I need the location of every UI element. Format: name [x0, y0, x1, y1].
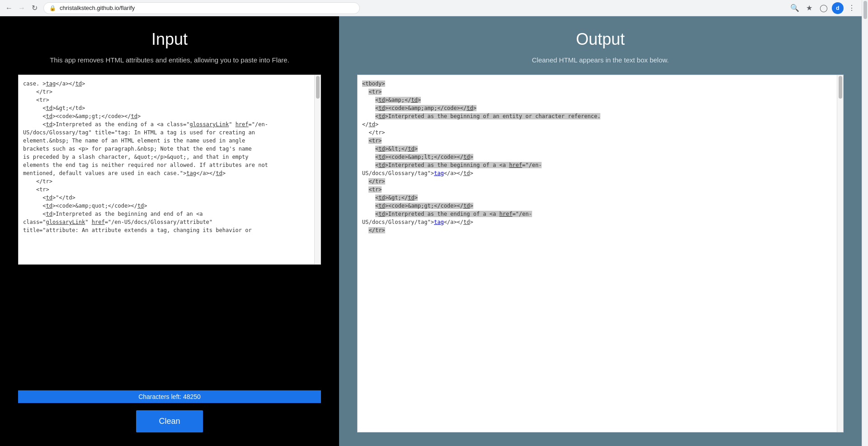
input-scroll-thumb: [316, 76, 320, 99]
input-textarea-inner: case. >tag</a></td> </tr> <tr> <td>&gt;<…: [18, 75, 321, 390]
input-scrollbar[interactable]: [314, 75, 321, 264]
bookmark-button[interactable]: ★: [803, 2, 816, 14]
user-avatar[interactable]: d: [832, 2, 844, 14]
output-description: Cleaned HTML appears in the text box bel…: [357, 56, 844, 64]
input-description: This app removes HTML attributes and ent…: [18, 56, 321, 64]
forward-button[interactable]: →: [16, 3, 27, 14]
browser-actions: 🔍 ★ ◯ d ⋮: [788, 2, 858, 14]
output-textarea-wrapper: <tbody> <tr> <td>&amp;</td> <td><code>&a…: [357, 75, 844, 432]
browser-nav-buttons: ← → ↻: [4, 3, 40, 14]
url-text: christalkstech.github.io/flarify: [60, 5, 135, 11]
clean-btn-wrapper: Clean: [18, 403, 321, 432]
left-panel: Input This app removes HTML attributes a…: [0, 16, 339, 446]
lock-icon: 🔒: [49, 5, 56, 11]
page-scroll-thumb: [863, 1, 867, 19]
browser-chrome: ← → ↻ 🔒 christalkstech.github.io/flarify…: [0, 0, 862, 16]
input-textarea-container: case. >tag</a></td> </tr> <tr> <td>&gt;<…: [18, 75, 321, 403]
page-scrollbar[interactable]: [862, 0, 868, 446]
output-content: <tbody> <tr> <td>&amp;</td> <td><code>&a…: [362, 80, 839, 234]
input-title: Input: [18, 30, 321, 49]
input-textarea-wrapper: case. >tag</a></td> </tr> <tr> <td>&gt;<…: [18, 75, 321, 265]
input-content: case. >tag</a></td> </tr> <tr> <td>&gt;<…: [23, 80, 316, 234]
zoom-button[interactable]: 🔍: [788, 2, 801, 14]
output-title: Output: [357, 30, 844, 49]
right-panel: Output Cleaned HTML appears in the text …: [339, 16, 862, 446]
menu-button[interactable]: ⋮: [845, 2, 858, 14]
back-button[interactable]: ←: [4, 3, 14, 14]
address-bar[interactable]: 🔒 christalkstech.github.io/flarify: [43, 2, 360, 14]
reload-button[interactable]: ↻: [29, 3, 40, 14]
clean-button[interactable]: Clean: [136, 410, 203, 432]
output-scrollbar[interactable]: [837, 75, 843, 432]
output-scroll-thumb: [839, 76, 842, 99]
output-content-box: <tbody> <tr> <td>&amp;</td> <td><code>&a…: [357, 75, 844, 432]
page-container: Input This app removes HTML attributes a…: [0, 16, 862, 446]
char-counter: Characters left: 48250: [18, 390, 321, 403]
account-button[interactable]: ◯: [817, 2, 830, 14]
